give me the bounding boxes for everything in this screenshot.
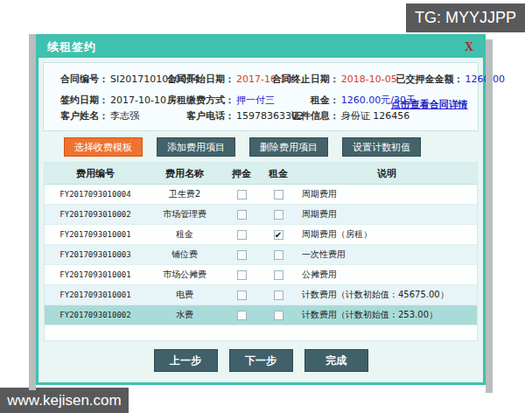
rent-checkbox-cell [260, 185, 297, 205]
info-field: 客户电话：15978363302 [154, 109, 270, 122]
fee-name: 水费 [146, 305, 223, 326]
add-fee-item-button[interactable]: 添加费用项目 [157, 137, 235, 157]
rent-checkbox-cell [260, 245, 297, 265]
info-field: 证件信息：身份证 126456 [270, 109, 385, 122]
column-header: 说明 [297, 163, 477, 185]
fee-row[interactable]: FY2017093010002市场管理费周期费用 [45, 205, 477, 225]
deposit-checkbox-cell [223, 265, 260, 285]
fee-id: FY2017093010001 [45, 265, 146, 285]
close-icon[interactable]: X [465, 41, 474, 53]
rent-checkbox-cell [260, 305, 297, 326]
field-label: 合同编号： [47, 73, 108, 86]
fee-id: FY2017093010003 [45, 245, 146, 265]
fee-id: FY2017093010002 [45, 205, 146, 225]
rent-checkbox[interactable] [274, 250, 284, 260]
set-counter-initial-button[interactable]: 设置计数初值 [342, 137, 421, 157]
field-label: 房租缴费方式： [154, 94, 234, 107]
fee-table-body: FY2017093010004卫生费2周期费用FY2017093010002市场… [45, 185, 477, 326]
rent-checkbox[interactable] [274, 270, 284, 280]
field-label: 租金： [270, 94, 340, 107]
fee-description: 计数费用（计数初始值：45675.00） [297, 285, 477, 305]
column-header: 押金 [223, 163, 260, 185]
fee-id: FY2017093010004 [45, 185, 146, 205]
field-label: 客户电话： [154, 109, 234, 122]
fee-row[interactable]: FY2017093010001电费计数费用（计数初始值：45675.00） [45, 285, 477, 305]
info-field: 房租缴费方式：押一付三 [154, 94, 270, 107]
fee-row[interactable]: FY2017093010002水费计数费用（计数初始值：253.00） [45, 305, 477, 326]
field-value: 身份证 126456 [341, 109, 410, 122]
info-field: 点击查看合同详情 [385, 89, 474, 111]
info-field: 客户姓名：李志强 [47, 109, 154, 122]
tg-contact-badge: TG: MYYJJPP [406, 4, 525, 32]
fee-name: 铺位费 [146, 245, 223, 265]
deposit-checkbox-cell [223, 225, 260, 245]
fee-name: 电费 [146, 285, 223, 305]
info-field: 已交押金金额：1260.00 [385, 73, 474, 86]
rent-checkbox[interactable] [274, 210, 284, 220]
deposit-checkbox-cell [223, 285, 260, 305]
field-label: 合同开始日期： [154, 73, 234, 86]
rent-checkbox[interactable]: ✔ [274, 230, 284, 240]
rent-checkbox-cell [260, 265, 297, 285]
field-value: 李志强 [110, 109, 139, 122]
fee-table-header: 费用编号费用名称押金租金说明 [45, 163, 477, 185]
fee-name: 市场管理费 [146, 205, 223, 225]
info-panel: 合同编号：SI2017101010004合同开始日期：2017-10-10合同终… [43, 62, 479, 131]
fee-description: 公摊费用 [297, 265, 477, 285]
deposit-checkbox[interactable] [237, 250, 247, 260]
fee-row[interactable]: FY2017093010004卫生费2周期费用 [45, 185, 477, 205]
rent-checkbox-cell: ✔ [260, 225, 297, 245]
dialog-titlebar[interactable]: 续租签约 X [38, 37, 483, 58]
fee-id: FY2017093010002 [45, 305, 146, 326]
fee-row[interactable]: FY2017093010001租金✔周期费用（房租） [45, 225, 477, 245]
deposit-checkbox[interactable] [237, 270, 247, 280]
fee-row[interactable]: FY2017093010001市场公摊费公摊费用 [45, 265, 477, 285]
field-label: 证件信息： [270, 109, 340, 122]
dialog-content: 合同编号：SI2017101010004合同开始日期：2017-10-10合同终… [38, 58, 483, 382]
info-field: 合同开始日期：2017-10-10 [154, 73, 270, 86]
rent-checkbox[interactable] [274, 311, 284, 320]
column-header: 费用名称 [146, 163, 223, 185]
deposit-checkbox[interactable] [237, 230, 247, 240]
fee-description: 计数费用（计数初始值：253.00） [297, 305, 477, 326]
deposit-checkbox-cell [223, 245, 260, 265]
fee-description: 周期费用 [297, 185, 477, 205]
info-field: 租金：1260.00元/30天 [270, 94, 385, 107]
rent-checkbox[interactable] [274, 290, 284, 300]
next-step-button[interactable]: 下一步 [229, 349, 293, 372]
wizard-footer: 上一步下一步完成 [43, 341, 479, 377]
fee-id: FY2017093010001 [45, 225, 146, 245]
finish-button[interactable]: 完成 [304, 349, 368, 372]
delete-fee-item-button[interactable]: 删除费用项目 [249, 137, 328, 157]
deposit-checkbox[interactable] [237, 190, 247, 200]
renew-lease-dialog: 续租签约 X 合同编号：SI2017101010004合同开始日期：2017-1… [36, 34, 486, 385]
column-header: 费用编号 [45, 163, 146, 185]
deposit-checkbox[interactable] [237, 210, 247, 220]
column-header: 租金 [260, 163, 297, 185]
info-field: 合同编号：SI2017101010004 [47, 73, 154, 86]
field-label: 合同终止日期： [270, 73, 340, 86]
info-field: 合同终止日期：2018-10-05 [270, 73, 385, 86]
field-value: 1260.00 [466, 74, 506, 85]
fee-name: 租金 [146, 225, 223, 245]
fee-id: FY2017093010001 [45, 285, 146, 305]
deposit-checkbox[interactable] [237, 290, 247, 300]
fee-name: 卫生费2 [146, 185, 223, 205]
rent-checkbox-cell [260, 285, 297, 305]
select-fee-template-button[interactable]: 选择收费模板 [64, 137, 143, 157]
dialog-title: 续租签约 [47, 39, 96, 55]
website-watermark: www.kejisen.com [0, 388, 129, 413]
field-label: 已交押金金额： [385, 73, 464, 86]
rent-checkbox[interactable] [274, 190, 284, 200]
fee-table-container: 费用编号费用名称押金租金说明 FY2017093010004卫生费2周期费用FY… [44, 162, 478, 341]
prev-step-button[interactable]: 上一步 [154, 349, 218, 372]
fee-table: 费用编号费用名称押金租金说明 FY2017093010004卫生费2周期费用FY… [45, 163, 477, 326]
rent-checkbox-cell [260, 205, 297, 225]
field-label: 客户姓名： [47, 109, 108, 122]
fee-description: 一次性费用 [297, 245, 477, 265]
fee-description: 周期费用 [297, 205, 477, 225]
fee-row[interactable]: FY2017093010003铺位费一次性费用 [45, 245, 477, 265]
field-label: 签约日期： [47, 94, 108, 107]
deposit-checkbox[interactable] [237, 311, 247, 320]
deposit-checkbox-cell [223, 205, 260, 225]
